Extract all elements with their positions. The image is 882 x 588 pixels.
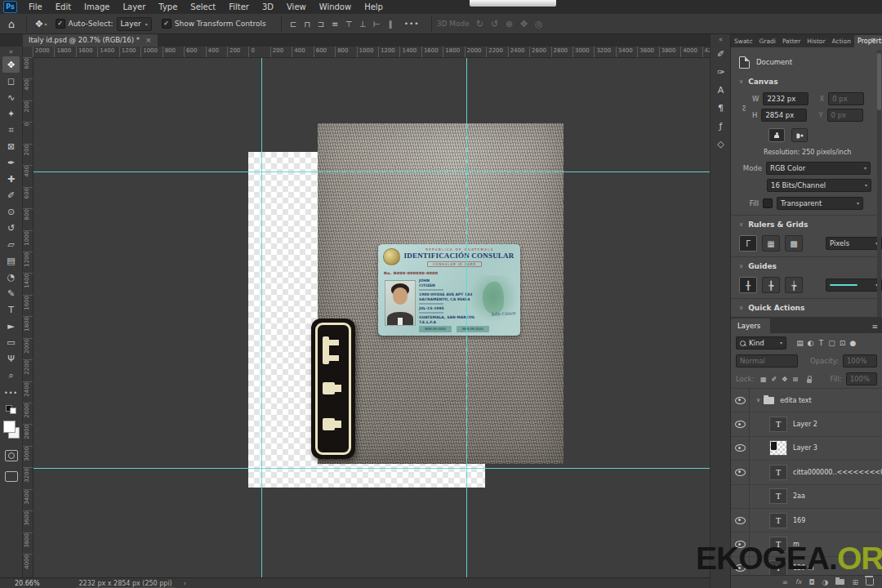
adjustment-layer-icon[interactable]: ◑ [822, 578, 829, 586]
zoom-level-field[interactable]: 20.66% [15, 580, 40, 587]
text-layer-thumbnail[interactable]: T [769, 465, 787, 480]
auto-select-dropdown[interactable]: Layer ▾ [117, 17, 152, 31]
type-tool[interactable]: T [2, 301, 20, 318]
menu-item[interactable]: File [22, 1, 49, 14]
rulers-toggle-icon[interactable]: Γ [739, 235, 757, 252]
distribute-vertical-centers-icon[interactable]: ⊥ [356, 20, 370, 29]
edit-guides-icon[interactable]: ╆ [785, 277, 803, 293]
panel-tab[interactable]: Gradi [756, 35, 779, 47]
close-icon[interactable]: × [145, 36, 152, 44]
guides-section-header[interactable]: ∨ Guides [731, 262, 882, 274]
filter-smart-objects-icon[interactable]: ⊡ [837, 339, 848, 347]
marquee-tool[interactable]: ◻ [2, 73, 20, 89]
blend-mode-dropdown[interactable]: Normal [736, 354, 798, 368]
canvas-width-field[interactable]: 2232 px [763, 92, 808, 105]
bit-depth-dropdown[interactable]: 16 Bits/Channel ▾ [767, 179, 871, 192]
lock-position-icon[interactable]: ✥ [779, 376, 790, 383]
blur-tool[interactable]: ◔ [2, 269, 20, 285]
layer-name[interactable]: Layer 3 [793, 444, 817, 452]
align-right-edges-icon[interactable]: ⊐ [314, 20, 328, 29]
link-layers-icon[interactable]: ∞ [782, 578, 788, 586]
layer-row[interactable]: ∨ T edita text [731, 389, 882, 412]
history-brush-tool[interactable]: ↺ [2, 220, 20, 236]
portrait-orientation-button[interactable] [768, 128, 785, 142]
quick-actions-section-header[interactable]: ∨ Quick Actions [731, 304, 882, 315]
paragraph-panel-icon[interactable]: ¶ [713, 100, 728, 116]
expand-panels-icon[interactable]: « [710, 36, 731, 43]
menu-item[interactable]: Type [152, 1, 184, 14]
layer-row[interactable]: ∨ T 169 [731, 509, 882, 532]
layer-mask-icon[interactable]: ◘ [808, 578, 814, 586]
text-layer-thumbnail[interactable]: T [769, 513, 787, 528]
canvas-y-field[interactable]: 0 px [827, 109, 863, 122]
new-group-icon[interactable] [835, 579, 844, 585]
default-colors-icon[interactable] [6, 405, 16, 414]
horizontal-guide[interactable] [33, 468, 710, 469]
transparency-grid-icon[interactable]: ▩ [785, 235, 803, 252]
panel-tab[interactable]: Patter [779, 35, 804, 47]
color-mode-dropdown[interactable]: RGB Color ▾ [766, 162, 871, 175]
canvas-height-field[interactable]: 2854 px [761, 109, 807, 122]
visibility-toggle[interactable] [731, 389, 750, 412]
canvas-viewport[interactable]: REPUBLICA DE GUATEMALA IDENTIFICACIÓN CO… [33, 57, 710, 577]
filter-adjustment-layers-icon[interactable]: ◐ [805, 339, 816, 347]
chevron-down-icon[interactable]: ∨ [756, 397, 760, 403]
panel-menu-icon[interactable]: ≡ [866, 36, 880, 47]
libraries-panel-icon[interactable]: ◇ [713, 136, 728, 152]
hand-tool[interactable]: Ψ [2, 350, 20, 367]
menu-item[interactable]: Filter [222, 1, 256, 14]
link-dimensions-icon[interactable]: ∾ [740, 105, 749, 111]
vertical-guide[interactable] [261, 57, 262, 577]
distribute-horizontal-icon[interactable]: ∥ [384, 20, 398, 29]
properties-scrollbar[interactable] [877, 50, 881, 327]
toolbar-collapse-icon[interactable]: » [0, 48, 22, 56]
opacity-field[interactable]: 100% [843, 354, 877, 368]
lock-artboard-icon[interactable]: ⊞ [790, 376, 800, 383]
grid-toggle-icon[interactable]: ▦ [762, 235, 780, 252]
horizontal-ruler[interactable]: 2000180016001400120010008006004002000200… [33, 47, 710, 58]
menu-item[interactable]: Image [78, 1, 116, 14]
visibility-toggle[interactable] [731, 461, 750, 483]
layer-name[interactable]: 2aa [793, 492, 805, 500]
canvas-section-header[interactable]: ∨ Canvas [731, 72, 882, 89]
text-layer-thumbnail[interactable]: T [769, 488, 787, 504]
layer-filter-dropdown[interactable]: Kind ▾ [736, 336, 786, 350]
shape-tool[interactable]: ▭ [2, 334, 20, 350]
panel-tab[interactable]: Swatc [731, 35, 756, 47]
eyedropper-tool[interactable]: ✒ [2, 154, 20, 171]
home-icon[interactable]: ⌂ [8, 18, 15, 30]
panel-tab[interactable]: Histor [804, 35, 828, 47]
glyphs-panel-icon[interactable]: ƒ [713, 118, 728, 134]
layer-effects-icon[interactable]: fx [795, 578, 802, 586]
character-panel-icon[interactable]: A [713, 82, 728, 98]
menu-item[interactable]: View [280, 1, 313, 14]
zoom-tool[interactable]: ⌕ [2, 367, 20, 383]
quick-selection-tool[interactable]: ✦ [2, 105, 20, 122]
menu-item[interactable]: Edit [49, 1, 78, 14]
lock-transparent-icon[interactable]: ▦ [758, 376, 768, 383]
ruler-origin-corner[interactable] [22, 47, 33, 58]
quick-mask-icon[interactable] [5, 450, 18, 461]
text-layer-thumbnail[interactable]: T [769, 416, 787, 432]
align-top-edges-icon[interactable]: ≡ [328, 20, 342, 29]
crop-tool[interactable]: ⌗ [2, 122, 20, 138]
layers-menu-icon[interactable]: ≡ [867, 323, 882, 333]
layer-row[interactable]: ∨ T citta000000..<<<<<<<<0 d [731, 461, 882, 484]
fill-dropdown[interactable]: Transparent ▾ [777, 197, 863, 210]
status-options-icon[interactable]: › [184, 580, 186, 587]
fill-checkbox[interactable] [763, 198, 773, 208]
lasso-tool[interactable]: ∿ [2, 89, 20, 105]
layer-name[interactable]: 169 [793, 517, 805, 524]
layer-row[interactable]: ∨ T Layer 2 [731, 412, 882, 436]
menu-item[interactable]: Help [358, 1, 390, 14]
image-layer-thumbnail[interactable] [769, 440, 787, 456]
lock-image-icon[interactable]: ✐ [768, 376, 779, 383]
lock-guides-icon[interactable]: ╊ [762, 277, 780, 293]
frame-tool[interactable]: ⊠ [2, 138, 20, 154]
guides-toggle-icon[interactable]: ╂ [739, 277, 757, 293]
brushes-icon[interactable]: ✑ [713, 65, 728, 80]
menu-item[interactable]: Layer [116, 1, 152, 14]
filter-pixel-layers-icon[interactable]: ▤ [795, 339, 805, 347]
more-options-icon[interactable]: ••• [404, 20, 420, 28]
visibility-toggle[interactable] [731, 437, 750, 460]
